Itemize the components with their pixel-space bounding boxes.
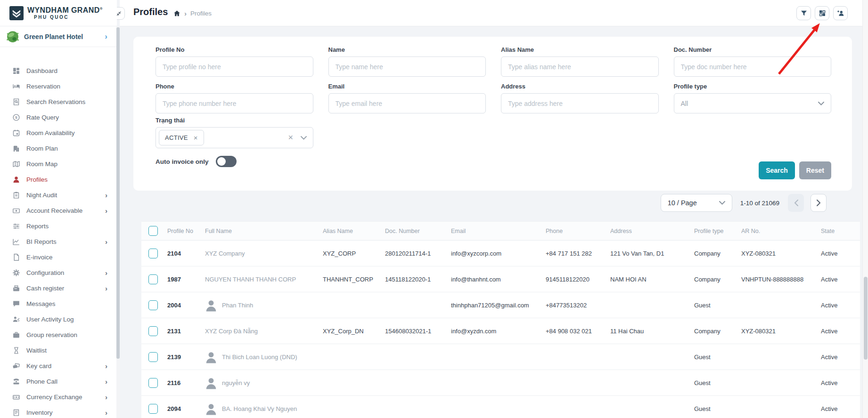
sidebar-item-reservation[interactable]: Reservation xyxy=(0,79,117,94)
email-input[interactable] xyxy=(328,93,486,113)
reset-button[interactable]: Reset xyxy=(799,161,831,179)
cell-email: thinhphan71205@gmail.com xyxy=(451,302,546,309)
sidebar-item-cash-register[interactable]: Cash register› xyxy=(0,281,117,296)
row-checkbox[interactable] xyxy=(148,352,158,362)
sidebar-item-key-card[interactable]: Key card› xyxy=(0,358,117,374)
doc-number-input[interactable] xyxy=(674,56,832,77)
page-scrollbar-thumb[interactable] xyxy=(864,277,868,360)
table-header-row: Profile NoFull NameAlias NameDoc. Number… xyxy=(141,221,860,241)
guest-avatar xyxy=(205,351,217,363)
profile-name-link[interactable]: NGUYEN THANH THANH CORP xyxy=(205,276,296,283)
cell-profile-type: Guest xyxy=(694,302,741,309)
sidebar-item-inventory[interactable]: Inventory› xyxy=(0,405,117,418)
chevron-right-icon: › xyxy=(105,238,107,245)
profile-name-link[interactable]: Thi Bich Loan Luong (DND) xyxy=(222,354,297,361)
card-view-button[interactable] xyxy=(815,6,829,20)
profiles-table: Profile NoFull NameAlias NameDoc. Number… xyxy=(141,221,860,418)
sidebar-item-e-invoice[interactable]: E-invoice xyxy=(0,249,117,265)
pagination: 10 / Page 1-10 of 21069 xyxy=(661,194,827,212)
profile-name-link[interactable]: Phan Thinh xyxy=(222,302,253,309)
profile-name-link[interactable]: XYZ Corp Đà Nẵng xyxy=(205,328,258,335)
sidebar-item-currency-exchange[interactable]: Currency Exchange› xyxy=(0,389,117,405)
row-checkbox[interactable] xyxy=(148,300,158,310)
filter-toggle-button[interactable] xyxy=(796,6,811,20)
sidebar-item-user-activity-log[interactable]: User Activity Log xyxy=(0,312,117,327)
phone-input[interactable] xyxy=(156,93,313,113)
hotel-selector[interactable]: Green Planet Hotel › xyxy=(0,26,117,47)
chevron-right-icon: › xyxy=(105,409,107,416)
add-profile-button[interactable] xyxy=(833,6,848,20)
profile-no-label: Profile No xyxy=(156,46,313,53)
row-checkbox[interactable] xyxy=(148,404,158,414)
cell-alias-name: XYZ_Corp_DN xyxy=(323,328,385,335)
sidebar-item-label: Room Availability xyxy=(26,129,107,137)
page-title: Profiles xyxy=(133,7,168,17)
status-multiselect[interactable]: ACTIVE × × xyxy=(156,127,313,148)
sidebar-item-configuration[interactable]: Configuration› xyxy=(0,265,117,281)
clear-select-icon[interactable]: × xyxy=(288,133,293,143)
sliders-icon xyxy=(12,222,20,230)
name-input[interactable] xyxy=(328,56,486,77)
cell-full-name: NGUYEN THANH THANH CORP xyxy=(205,276,323,283)
sidebar-item-reports[interactable]: Reports xyxy=(0,218,117,234)
cell-email: info@thanhnt.com xyxy=(451,276,546,283)
sidebar-item-account-receivable[interactable]: Account Receivable› xyxy=(0,203,117,218)
sidebar-item-night-audit[interactable]: Night Audit› xyxy=(0,187,117,203)
page-scrollbar[interactable] xyxy=(862,0,868,418)
brand-name: WYNDHAM GRAND xyxy=(27,6,100,14)
sidebar-item-dashboard[interactable]: Dashboard xyxy=(0,63,117,79)
home-icon[interactable] xyxy=(173,10,180,17)
cell-ar-no: XYZ-080321 xyxy=(741,328,821,335)
checkbox-cell xyxy=(141,352,167,362)
sidebar-item-phone-call[interactable]: Phone Call› xyxy=(0,374,117,389)
search-button[interactable]: Search xyxy=(759,161,795,179)
profile-no-input[interactable] xyxy=(156,56,313,77)
sidebar-item-rate-query[interactable]: $Rate Query xyxy=(0,110,117,125)
user-activity-icon xyxy=(12,315,20,323)
profile-name-link[interactable]: nguyễn vy xyxy=(222,379,250,386)
table-row: 2094BA. Hoang Khai Vy NguyenGuestActive xyxy=(141,396,860,418)
profile-name-link[interactable]: BA. Hoang Khai Vy Nguyen xyxy=(222,405,297,412)
profile-type-select[interactable]: All xyxy=(674,93,832,113)
address-input[interactable] xyxy=(501,93,659,113)
email-label: Email xyxy=(328,83,486,90)
chevron-right-icon: › xyxy=(105,192,107,199)
page-size-select[interactable]: 10 / Page xyxy=(661,194,732,212)
select-all-checkbox[interactable] xyxy=(148,226,158,236)
table-row: 2104XYZ CompanyXYZ_CORP280120211714-1inf… xyxy=(141,241,860,266)
sidebar-item-room-availability[interactable]: Room Availability xyxy=(0,125,117,141)
profile-name-link[interactable]: XYZ Company xyxy=(205,250,245,257)
cell-alias-name: THANHNT_CORP xyxy=(323,276,385,283)
previous-page-button[interactable] xyxy=(788,194,804,212)
cell-state: Active xyxy=(821,379,860,386)
sidebar-item-room-plan[interactable]: Room Plan xyxy=(0,141,117,156)
row-checkbox[interactable] xyxy=(148,378,158,388)
sidebar-item-waitlist[interactable]: Waitlist xyxy=(0,343,117,358)
sidebar-item-messages[interactable]: Messages xyxy=(0,296,117,312)
sidebar-item-search-reservations[interactable]: Search Reservations xyxy=(0,94,117,110)
address-label: Address xyxy=(501,83,659,90)
cell-state: Active xyxy=(821,354,860,361)
next-page-button[interactable] xyxy=(811,194,827,212)
alias-name-input[interactable] xyxy=(501,56,659,77)
row-checkbox[interactable] xyxy=(148,274,158,284)
sidebar-item-group-reservation[interactable]: Group reservation xyxy=(0,327,117,343)
checkbox-cell xyxy=(141,226,167,236)
auto-invoice-toggle[interactable] xyxy=(216,156,237,167)
phone-icon xyxy=(12,378,20,386)
cell-state: Active xyxy=(821,276,860,283)
sidebar-scrollbar-thumb[interactable] xyxy=(116,27,120,359)
cell-ar-no: XYZ-080321 xyxy=(741,250,821,257)
row-checkbox[interactable] xyxy=(148,326,158,336)
cell-address: NAM HOI AN xyxy=(610,276,694,283)
chip-remove-icon[interactable]: × xyxy=(194,134,198,142)
sidebar-item-bi-reports[interactable]: BI Reports› xyxy=(0,234,117,249)
phone-label: Phone xyxy=(156,83,313,90)
sidebar-item-profiles[interactable]: Profiles xyxy=(0,172,117,187)
cell-doc-number: 280120211714-1 xyxy=(385,250,451,257)
row-checkbox[interactable] xyxy=(148,249,158,258)
cell-phone: 9145118122020 xyxy=(546,276,610,283)
sidebar-item-room-map[interactable]: Room Map xyxy=(0,156,117,172)
chevron-down-icon[interactable] xyxy=(301,136,307,140)
sidebar-scrollbar[interactable] xyxy=(116,26,120,418)
